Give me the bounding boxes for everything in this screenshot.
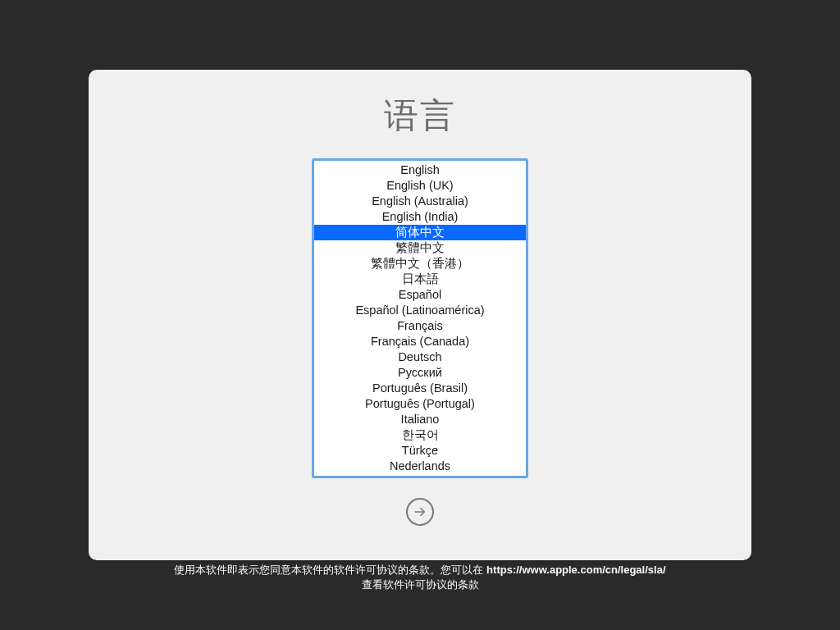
setup-panel: 语言 EnglishEnglish (UK)English (Australia… (89, 70, 751, 560)
language-option[interactable]: Français (Canada) (314, 334, 526, 349)
language-option[interactable]: English (UK) (314, 178, 526, 194)
language-option[interactable]: Italiano (314, 412, 526, 427)
language-listbox-frame: EnglishEnglish (UK)English (Australia)En… (312, 158, 528, 478)
language-option[interactable]: Nederlands (314, 459, 526, 474)
language-option[interactable]: English (Australia) (314, 194, 526, 209)
language-listbox[interactable]: EnglishEnglish (UK)English (Australia)En… (314, 161, 526, 476)
language-option[interactable]: Русский (314, 365, 526, 381)
language-option[interactable]: 简体中文 (314, 225, 526, 240)
language-option[interactable]: Português (Portugal) (314, 396, 526, 412)
language-option[interactable]: Français (314, 318, 526, 334)
language-option[interactable]: 繁體中文（香港） (314, 256, 526, 272)
arrow-right-icon (413, 504, 427, 519)
language-option[interactable]: 日本語 (314, 272, 526, 287)
license-footer: 使用本软件即表示您同意本软件的软件许可协议的条款。您可以在 https://ww… (0, 563, 840, 592)
language-option[interactable]: 繁體中文 (314, 240, 526, 256)
license-text: 使用本软件即表示您同意本软件的软件许可协议的条款。您可以在 (174, 564, 486, 576)
continue-button[interactable] (406, 498, 434, 526)
license-line2: 查看软件许可协议的条款 (0, 578, 840, 592)
language-option[interactable]: Español (Latinoamérica) (314, 303, 526, 318)
license-url[interactable]: https://www.apple.com/cn/legal/sla/ (486, 564, 665, 576)
language-option[interactable]: Deutsch (314, 349, 526, 365)
license-line1: 使用本软件即表示您同意本软件的软件许可协议的条款。您可以在 https://ww… (0, 563, 840, 578)
language-option[interactable]: Português (Brasil) (314, 381, 526, 396)
page-title: 语言 (384, 93, 456, 139)
language-option[interactable]: Español (314, 287, 526, 303)
language-option[interactable]: English (314, 162, 526, 178)
language-option[interactable]: English (India) (314, 209, 526, 225)
language-option[interactable]: Türkçe (314, 443, 526, 459)
language-option[interactable]: 한국어 (314, 427, 526, 443)
